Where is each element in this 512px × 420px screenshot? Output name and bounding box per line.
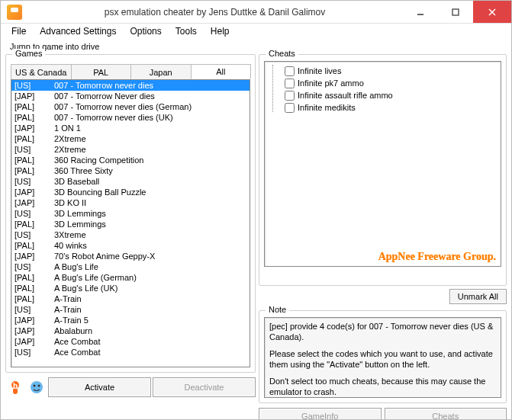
game-title: 3D Lemmings — [54, 208, 106, 219]
svg-point-7 — [31, 381, 43, 393]
tab-pal[interactable]: PAL — [71, 64, 132, 79]
game-title: Abalaburn — [54, 325, 92, 336]
game-row[interactable]: [US]3Xtreme — [11, 229, 250, 240]
game-row[interactable]: [PAL]2Xtreme — [11, 133, 250, 144]
game-region: [US] — [14, 144, 54, 155]
game-title: 007 - Tomorrow never dies — [54, 80, 153, 91]
game-row[interactable]: [US]Ace Combat — [11, 347, 250, 357]
game-region: [US] — [14, 80, 54, 91]
menu-options[interactable]: Options — [124, 24, 167, 38]
game-region: [PAL] — [14, 272, 54, 283]
maximize-button[interactable] — [438, 1, 473, 23]
game-row[interactable]: [JAP]Ace Combat — [11, 336, 250, 347]
game-title: Ace Combat — [54, 347, 101, 357]
game-title: 1 ON 1 — [54, 123, 81, 133]
watermark: AppNee Freeware Group. — [378, 251, 496, 263]
game-row[interactable]: [PAL]40 winks — [11, 240, 250, 251]
game-region: [PAL] — [14, 293, 54, 304]
game-row[interactable]: [US]007 - Tomorrow never dies — [11, 80, 250, 91]
game-row[interactable]: [JAP]70's Robot Anime Geppy-X — [11, 251, 250, 261]
game-row[interactable]: [US]2Xtreme — [11, 144, 250, 155]
cheat-label: Infinite lives — [298, 66, 341, 75]
game-region: [PAL] — [14, 165, 54, 176]
minimize-button[interactable] — [403, 1, 438, 23]
game-row[interactable]: [PAL]360 Racing Competition — [11, 155, 250, 165]
tab-us-canada[interactable]: US & Canada — [11, 64, 72, 79]
game-row[interactable]: [PAL]007 - Tomorrow never dies (UK) — [11, 112, 250, 123]
cheat-label: Infinite assault rifle ammo — [298, 91, 393, 100]
deactivate-button[interactable]: Deactivate — [153, 377, 256, 397]
game-row[interactable]: [PAL]A Bug's Life (UK) — [11, 283, 250, 293]
game-title: 3Xtreme — [54, 229, 86, 240]
game-title: 007 - Tomorrow never dies (UK) — [54, 112, 173, 123]
cheats-legend: Cheats — [266, 49, 298, 58]
game-title: 3D Bouncing Ball Puzzle — [54, 187, 146, 197]
cheats-button[interactable]: Cheats — [385, 408, 507, 420]
note-line-1: [pec] provide 4 code(s) for 007 - Tomorr… — [269, 321, 496, 342]
game-row[interactable]: [JAP]3D KO II — [11, 197, 250, 208]
cheat-item[interactable]: Infinite medikits — [268, 101, 498, 114]
note-line-2: Please select the codes which you want t… — [269, 348, 496, 370]
game-row[interactable]: [US]3D Baseball — [11, 176, 250, 187]
game-title: 007 - Tomorrow Never dies — [54, 91, 155, 101]
game-row[interactable]: [JAP]Abalaburn — [11, 325, 250, 336]
menu-advanced-settings[interactable]: Advanced Settings — [34, 24, 122, 38]
game-row[interactable]: [US]3D Lemmings — [11, 208, 250, 219]
tool-icon-2[interactable] — [27, 377, 47, 397]
game-title: A Bug's Life (German) — [54, 272, 137, 283]
game-title: 360 Three Sixty — [54, 165, 113, 176]
note-line-3: Don't select too much cheats, because th… — [269, 376, 496, 397]
game-row[interactable]: [PAL]A-Train — [11, 293, 250, 304]
game-region: [US] — [14, 347, 54, 357]
game-region: [PAL] — [14, 219, 54, 229]
cheat-item[interactable]: Infinite assault rifle ammo — [268, 89, 498, 101]
game-row[interactable]: [JAP]A-Train 5 — [11, 315, 250, 325]
game-region: [PAL] — [14, 112, 54, 123]
game-title: 70's Robot Anime Geppy-X — [54, 251, 155, 261]
games-list[interactable]: [US]007 - Tomorrow never dies[JAP]007 - … — [11, 79, 250, 367]
svg-point-9 — [38, 385, 40, 387]
cheat-item[interactable]: Infinite lives — [268, 65, 498, 77]
game-region: [PAL] — [14, 283, 54, 293]
activate-button[interactable]: Activate — [48, 377, 151, 397]
cheat-item[interactable]: Infinite pk7 ammo — [268, 77, 498, 89]
app-icon — [7, 5, 22, 20]
game-row[interactable]: [US]A Bug's Life — [11, 261, 250, 272]
tool-icon-1[interactable]: b — [5, 377, 25, 397]
cheat-checkbox[interactable] — [285, 66, 295, 76]
game-row[interactable]: [PAL]360 Three Sixty — [11, 165, 250, 176]
game-region: [JAP] — [14, 123, 54, 133]
window-title: psx emulation cheater by Jens Duttke & D… — [27, 7, 403, 18]
tab-all[interactable]: All — [191, 64, 252, 79]
menu-file[interactable]: File — [5, 24, 32, 38]
unmark-all-button[interactable]: Unmark All — [449, 289, 507, 304]
game-region: [US] — [14, 208, 54, 219]
tab-japan[interactable]: Japan — [130, 64, 192, 79]
game-row[interactable]: [JAP]007 - Tomorrow Never dies — [11, 91, 250, 101]
cheats-tree: Infinite livesInfinite pk7 ammoInfinite … — [264, 61, 501, 267]
game-title: A Bug's Life — [54, 261, 98, 272]
game-row[interactable]: [JAP]3D Bouncing Ball Puzzle — [11, 187, 250, 197]
game-region: [JAP] — [14, 336, 54, 347]
game-region: [JAP] — [14, 91, 54, 101]
game-title: A Bug's Life (UK) — [54, 283, 118, 293]
title-bar: psx emulation cheater by Jens Duttke & D… — [1, 1, 511, 24]
cheat-checkbox[interactable] — [285, 103, 295, 113]
game-title: A-Train — [54, 293, 82, 304]
game-row[interactable]: [PAL]A Bug's Life (German) — [11, 272, 250, 283]
game-title: 2Xtreme — [54, 133, 86, 144]
menu-tools[interactable]: Tools — [169, 24, 203, 38]
game-region: [JAP] — [14, 197, 54, 208]
game-row[interactable]: [PAL]3D Lemmings — [11, 219, 250, 229]
region-tabs: US & Canada PAL Japan All — [11, 64, 250, 79]
note-group: Note [pec] provide 4 code(s) for 007 - T… — [259, 310, 507, 403]
menu-help[interactable]: Help — [204, 24, 236, 38]
close-button[interactable] — [473, 1, 511, 23]
gameinfo-button[interactable]: GameInfo — [259, 408, 382, 420]
game-row[interactable]: [US]A-Train — [11, 304, 250, 315]
game-row[interactable]: [JAP]1 ON 1 — [11, 123, 250, 133]
game-row[interactable]: [PAL]007 - Tomorrow never dies (German) — [11, 101, 250, 112]
cheat-checkbox[interactable] — [285, 79, 295, 88]
cheat-checkbox[interactable] — [285, 91, 295, 101]
game-region: [JAP] — [14, 187, 54, 197]
